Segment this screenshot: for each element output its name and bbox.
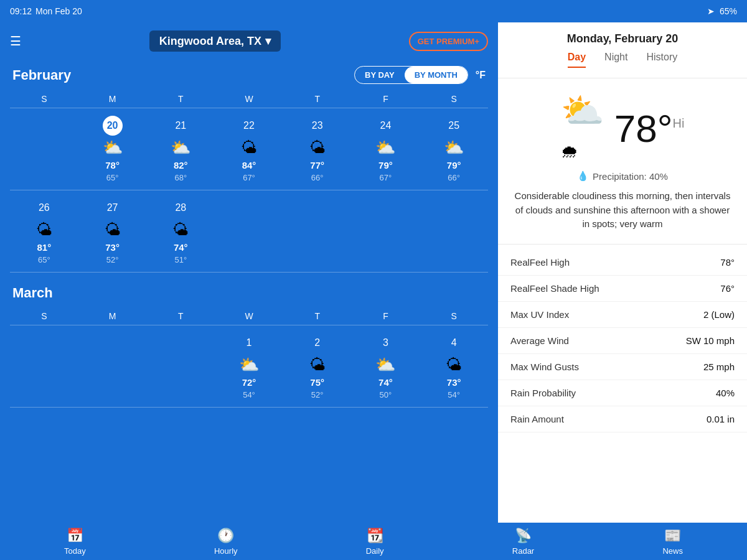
temp-high: 72° [242,377,256,388]
nav-daily[interactable]: 📆 Daily [366,528,384,556]
nav-today[interactable]: 📅 Today [64,528,86,556]
rain-prob-label: Rain Probability [510,388,576,398]
temp-low: 67° [380,173,392,182]
day-number: 3 [375,333,395,353]
day-cell[interactable]: 20 ⛅ 78° 65° [78,113,147,185]
realfeel-high-value: 78° [720,257,735,268]
realfeel-shade-value: 76° [720,283,735,294]
day-number: 23 [308,116,327,136]
temp-low: 54° [243,390,255,399]
day-number: 21 [171,116,190,136]
by-day-button[interactable]: BY DAY [355,67,405,83]
month-label: February [12,67,71,83]
weather-icon: 🌤 [446,355,462,375]
main-temperature: 78° [614,106,673,151]
temp-high: 75° [310,377,324,388]
week-row: 26 🌤 81° 65° 27 🌤 73° 52° 28 🌤 74° [10,190,488,273]
temp-high: 73° [447,377,461,388]
march-label: March [12,285,53,301]
empty-cell [420,195,488,267]
day-cell[interactable]: 3 ⛅ 74° 50° [352,330,420,402]
weather-icon: 🌤 [36,220,52,240]
temp-low: 65° [106,173,119,182]
detail-header: Monday, February 20 Day Night History [498,22,747,78]
day-cell[interactable]: 1 ⛅ 72° 54° [215,330,283,402]
nav-today-label: Today [64,546,86,556]
weather-icon: 🌤 [172,220,189,240]
day-cell[interactable]: 22 🌤 84° 67° [215,113,283,185]
max-gusts-value: 25 mph [703,362,735,372]
view-toggle: BY DAY BY MONTH [354,66,468,84]
temp-high: 81° [37,242,52,253]
status-time: 09:12 [10,6,32,16]
weather-icon: ⛅ [171,138,190,157]
day-cell[interactable]: 25 ⛅ 79° 66° [420,113,488,185]
location-name: Kingwood Area, TX [159,35,261,48]
rain-prob-value: 40% [716,388,735,398]
nav-radar[interactable]: 📡 Radar [512,528,534,556]
day-number: 27 [103,198,123,218]
day-cell[interactable]: 4 🌤 73° 54° [420,330,488,402]
empty-cell [78,330,147,402]
day-cell[interactable]: 28 🌤 74° 51° [146,195,215,267]
location-selector[interactable]: Kingwood Area, TX ▾ [149,30,281,52]
status-date: Mon Feb 20 [35,6,82,16]
tab-night[interactable]: Night [604,52,627,68]
nav-hourly[interactable]: 🕐 Hourly [214,528,238,556]
temp-low: 51° [174,255,187,264]
empty-cell [146,330,215,402]
premium-button[interactable]: GET PREMIUM+ [409,32,488,51]
uv-index-value: 2 (Low) [703,309,735,320]
march-calendar: S M T W T F S 1 ⛅ 72° [0,307,498,408]
avg-wind-label: Average Wind [510,335,569,346]
february-calendar: S M T W T F S 20 ⛅ 78° 65° [0,90,498,273]
nav-news-label: News [662,546,683,556]
daily-icon: 📆 [367,528,383,544]
day-cell[interactable]: 23 🌤 77° 66° [283,113,352,185]
day-cell[interactable]: 21 ⛅ 82° 68° [146,113,215,185]
temp-high: 74° [378,377,393,388]
battery-status: 65% [720,6,737,16]
tab-history[interactable]: History [646,52,677,68]
temp-high: 84° [242,160,256,170]
uv-index-label: Max UV Index [510,309,569,320]
day-number: 2 [308,333,327,353]
weather-summary: ⛅🌧 78° Hi [498,78,747,170]
precip-info: 💧 Precipitation: 40% [498,170,747,182]
temp-low: 66° [311,173,324,182]
radar-icon: 📡 [515,528,532,544]
weather-icon: 🌤 [309,355,326,375]
by-month-button[interactable]: BY MONTH [405,67,467,83]
day-number: 28 [171,198,190,218]
temp-high: 74° [174,242,188,253]
temp-low: 66° [448,173,460,182]
weather-icon: ⛅ [375,355,395,375]
detail-row-rain-amount: Rain Amount 0.01 in [498,406,747,432]
weather-icon: 🌤 [309,138,326,157]
day-cell[interactable]: 27 🌤 73° 52° [78,195,147,267]
nav-news[interactable]: 📰 News [662,528,683,556]
weather-icon: 🌤 [105,220,121,240]
day-cell[interactable]: 26 🌤 81° 65° [10,195,78,267]
temp-low: 67° [243,173,255,182]
detail-row-wind: Average Wind SW 10 mph [498,328,747,354]
weather-icon: ⛅ [444,138,464,157]
empty-cell [283,195,352,267]
main-content: ☰ Kingwood Area, TX ▾ GET PREMIUM+ Febru… [0,22,747,523]
temp-high: 73° [105,242,120,253]
drop-icon: 💧 [577,170,589,182]
day-headers: S M T W T F S [10,307,488,325]
status-bar: 09:12 Mon Feb 20 ➤ 65% [0,0,747,22]
unit-label: °F [476,70,486,81]
rain-amount-value: 0.01 in [707,414,735,424]
temp-low: 52° [106,255,119,264]
day-cell[interactable]: 2 🌤 75° 52° [283,330,352,402]
day-cell[interactable]: 24 ⛅ 79° 67° [352,113,420,185]
menu-icon[interactable]: ☰ [10,34,21,49]
right-panel: Monday, February 20 Day Night History ⛅🌧… [498,22,747,523]
temp-high: 78° [105,160,120,170]
tab-day[interactable]: Day [568,52,586,68]
weather-icon: ⛅ [375,138,395,157]
empty-cell [352,195,420,267]
weather-icon: 🌤 [241,138,257,157]
